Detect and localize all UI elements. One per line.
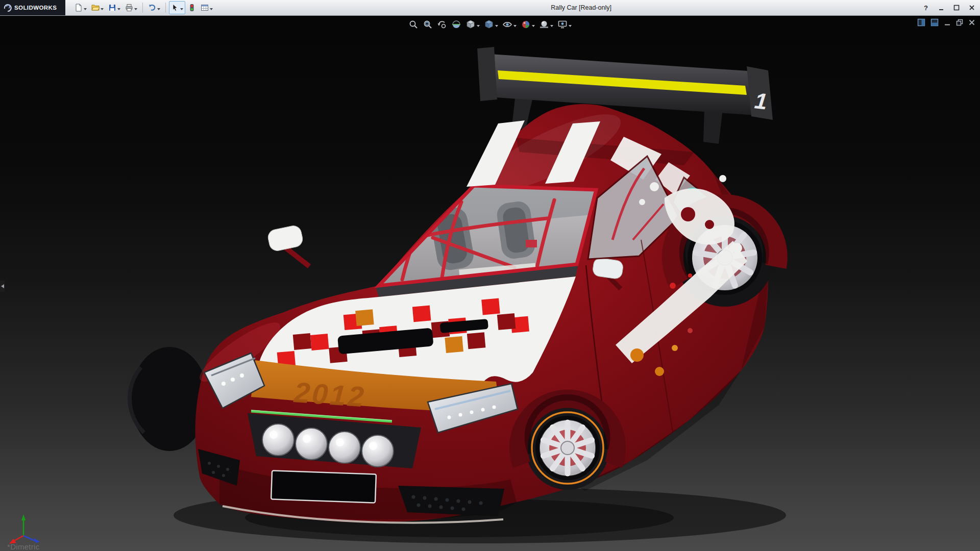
view-orientation-label: *Dimetric (7, 542, 40, 551)
print-icon (125, 4, 133, 12)
close-button[interactable] (967, 3, 977, 13)
view-settings-icon (557, 19, 568, 30)
zoom-to-area-icon (423, 19, 433, 30)
lower-intake-right (398, 486, 504, 516)
rebuild-traffic-light-icon (188, 4, 196, 12)
spoiler-endplate-left (477, 47, 497, 101)
new-document-icon (75, 4, 83, 12)
previous-view-icon (437, 19, 447, 30)
dropdown-arrow[interactable] (210, 8, 213, 12)
zoom-to-fit-icon (408, 19, 419, 30)
rebuild-button[interactable] (186, 1, 198, 14)
solidworks-window: SOLIDWORKS (0, 0, 980, 551)
save-icon (108, 4, 116, 12)
dropdown-arrow[interactable] (134, 8, 137, 12)
new-document-button[interactable] (72, 1, 89, 14)
hide-show-eye-icon (502, 19, 512, 30)
display-pane-icon[interactable] (917, 18, 926, 27)
dropdown-arrow[interactable] (477, 25, 480, 29)
open-folder-icon (91, 4, 100, 12)
solidworks-logo: SOLIDWORKS (0, 0, 65, 15)
undo-icon (148, 4, 156, 12)
section-view-icon (451, 19, 461, 30)
edit-appearance-button[interactable] (519, 18, 536, 31)
undo-button[interactable] (146, 1, 162, 14)
zoom-to-area-button[interactable] (421, 18, 434, 31)
minimize-icon (938, 5, 944, 11)
view-settings-button[interactable] (556, 18, 573, 31)
rally-car-model[interactable]: 1 (0, 15, 980, 551)
doc-close-icon[interactable] (968, 18, 976, 27)
doc-restore-icon[interactable] (955, 18, 964, 27)
main-toolbar (72, 1, 215, 14)
zoom-to-fit-button[interactable] (407, 18, 420, 31)
dropdown-arrow[interactable] (84, 8, 87, 12)
apply-scene-icon (539, 19, 549, 30)
dropdown-arrow[interactable] (550, 25, 553, 29)
toolbar-separator (142, 3, 143, 13)
dropdown-arrow[interactable] (101, 8, 104, 12)
document-window-controls (917, 18, 976, 27)
previous-view-button[interactable] (435, 18, 449, 31)
orientation-triad (6, 506, 47, 547)
dropdown-arrow[interactable] (532, 25, 535, 29)
license-plate (271, 470, 376, 503)
view-orientation-cube-icon (465, 19, 476, 30)
display-style-button[interactable] (482, 18, 500, 31)
hide-show-items-button[interactable] (501, 18, 518, 31)
feature-pane-icon[interactable] (930, 18, 939, 27)
spoiler-number: 1 (753, 88, 768, 114)
dropdown-arrow[interactable] (569, 25, 572, 29)
dropdown-arrow[interactable] (513, 25, 517, 29)
feature-panel-collapse-tab[interactable] (0, 281, 5, 292)
spoiler-support-right (703, 108, 723, 144)
hood-year-text: 2012 (292, 376, 367, 413)
minimize-button[interactable] (936, 3, 946, 13)
doc-minimize-icon[interactable] (943, 18, 951, 27)
select-button[interactable] (169, 1, 185, 14)
view-orientation-button[interactable] (464, 18, 481, 31)
dropdown-arrow[interactable] (117, 8, 120, 12)
open-button[interactable] (89, 1, 106, 14)
options-table-icon (201, 4, 209, 12)
window-controls: ? (921, 0, 977, 15)
dropdown-arrow[interactable] (180, 8, 183, 12)
dropdown-arrow[interactable] (495, 25, 498, 29)
heads-up-toolbar (407, 18, 573, 31)
apply-scene-button[interactable] (537, 18, 555, 31)
toolbar-separator (165, 3, 166, 13)
solidworks-logo-text: SOLIDWORKS (14, 5, 57, 11)
y-axis-arrow (21, 514, 26, 520)
section-view-button[interactable] (450, 18, 463, 31)
dropdown-arrow[interactable] (157, 8, 160, 12)
print-button[interactable] (123, 1, 139, 14)
maximize-icon (953, 5, 960, 11)
edit-appearance-ball-icon (521, 19, 531, 30)
titlebar: SOLIDWORKS (0, 0, 980, 16)
graphics-viewport[interactable]: 1 (0, 15, 980, 551)
close-icon (969, 5, 975, 11)
solidworks-logo-icon (3, 3, 12, 12)
mirror-left[interactable] (266, 224, 309, 266)
options-button[interactable] (199, 1, 215, 14)
save-button[interactable] (106, 1, 122, 14)
maximize-button[interactable] (951, 3, 962, 13)
display-style-icon (484, 19, 494, 30)
window-title: Rally Car [Read-only] (551, 0, 611, 15)
select-cursor-icon (171, 4, 179, 12)
help-button[interactable]: ? (921, 3, 931, 13)
